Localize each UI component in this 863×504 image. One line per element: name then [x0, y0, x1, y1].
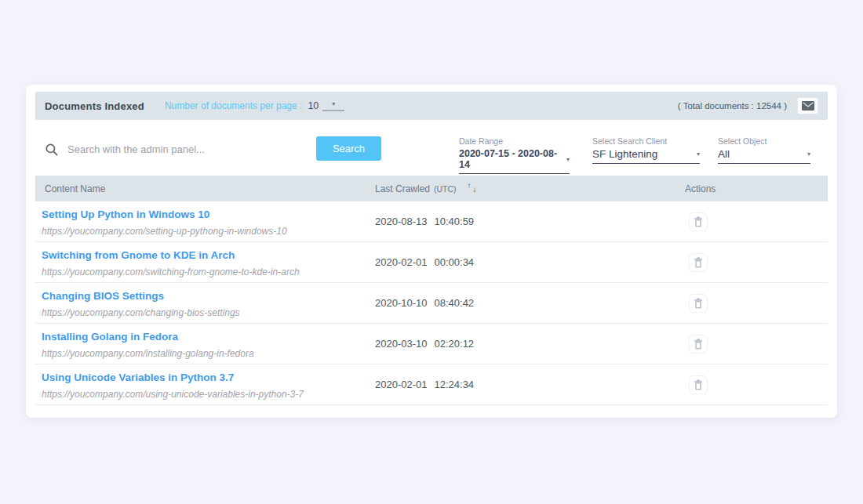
crawled-date: 2020-03-10	[375, 338, 428, 350]
last-crawled-label: Last Crawled	[375, 183, 430, 194]
crawled-date: 2020-02-01	[375, 379, 428, 390]
chevron-down-icon: ▾	[322, 101, 344, 111]
document-url: https://youcompany.com/installing-golang…	[42, 348, 375, 359]
search-client-value: SF Lightening	[592, 148, 657, 160]
delete-document-button[interactable]	[689, 375, 708, 394]
document-title-link[interactable]: Using Unicode Variables in Python 3.7	[42, 372, 234, 383]
delete-document-button[interactable]	[689, 294, 708, 313]
crawled-time: 10:40:59	[435, 216, 475, 227]
envelope-icon	[802, 101, 814, 111]
document-url: https://youcompany.com/switching-from-gn…	[42, 267, 375, 277]
crawled-date: 2020-10-10	[375, 297, 428, 309]
object-filter: Select Object All ▾	[718, 136, 810, 164]
trash-icon	[694, 257, 703, 268]
delete-document-button[interactable]	[689, 253, 708, 272]
search-client-label: Select Search Client	[592, 136, 700, 146]
table-row: Switching from Gnome to KDE in Arch http…	[35, 242, 828, 283]
per-page-select[interactable]: 10 ▾	[308, 100, 344, 111]
table-row: Changing BIOS Settings https://youcompan…	[35, 283, 828, 324]
table-body: Setting Up Python in Windows 10 https://…	[35, 201, 828, 405]
sort-down-arrow: ↓	[473, 186, 477, 194]
page-title: Documents Indexed	[45, 100, 144, 112]
crawled-date: 2020-08-13	[375, 216, 428, 227]
date-range-filter: Date Range 2020-07-15 - 2020-08-14 ▾	[459, 136, 570, 174]
table-row: Installing Golang in Fedora https://youc…	[35, 324, 828, 364]
chevron-down-icon: ▾	[697, 150, 700, 158]
object-label: Select Object	[718, 136, 810, 146]
date-range-select[interactable]: 2020-07-15 - 2020-08-14 ▾	[459, 148, 570, 174]
panel-header-right: ( Total documents : 12544 )	[678, 97, 818, 114]
date-range-value: 2020-07-15 - 2020-08-14	[459, 148, 566, 170]
per-page-label: Number of documents per page :	[165, 100, 302, 111]
actions-cell	[685, 283, 828, 323]
crawled-timestamp: 2020-10-10 08:40:42	[375, 283, 685, 323]
search-client-select[interactable]: SF Lightening ▾	[592, 148, 700, 164]
actions-cell	[685, 364, 828, 404]
document-title-link[interactable]: Setting Up Python in Windows 10	[42, 208, 209, 220]
content-name-header: Content Name	[35, 183, 375, 194]
chevron-down-icon: ▾	[807, 150, 810, 158]
table-header: Content Name Last Crawled (UTC) ↑ ↓ Acti…	[35, 176, 828, 201]
crawled-timestamp: 2020-08-13 10:40:59	[375, 201, 685, 241]
document-title-link[interactable]: Changing BIOS Settings	[42, 290, 164, 302]
content-name-cell: Switching from Gnome to KDE in Arch http…	[35, 242, 375, 282]
search-client-filter: Select Search Client SF Lightening ▾	[592, 136, 700, 164]
trash-icon	[694, 339, 703, 350]
mail-button[interactable]	[797, 97, 818, 114]
crawled-timestamp: 2020-02-01 00:00:34	[375, 242, 685, 282]
crawled-timestamp: 2020-02-01 12:24:34	[375, 364, 685, 404]
total-documents: ( Total documents : 12544 )	[678, 101, 787, 111]
object-value: All	[718, 148, 730, 160]
crawled-date: 2020-02-01	[375, 256, 428, 268]
trash-icon	[694, 379, 703, 390]
actions-cell	[685, 324, 828, 364]
document-url: https://youcompany.com/using-unicode-var…	[42, 389, 375, 400]
crawled-time: 00:00:34	[435, 256, 475, 268]
delete-document-button[interactable]	[689, 212, 708, 231]
page-background: { "colors": { "accent": "#54c3f5", "link…	[0, 0, 863, 504]
content-name-cell: Using Unicode Variables in Python 3.7 ht…	[35, 364, 375, 404]
content-name-cell: Setting Up Python in Windows 10 https://…	[35, 201, 375, 241]
sort-up-arrow: ↑	[468, 182, 472, 190]
actions-header: Actions	[685, 183, 828, 194]
last-crawled-header: Last Crawled (UTC) ↑ ↓	[375, 182, 685, 195]
documents-panel: Documents Indexed Number of documents pe…	[26, 85, 837, 418]
search-icon	[46, 143, 58, 156]
delete-document-button[interactable]	[689, 335, 708, 354]
sort-icon[interactable]: ↑ ↓	[468, 182, 479, 195]
search-button[interactable]: Search	[316, 136, 381, 161]
actions-cell	[685, 201, 828, 241]
utc-unit-label: (UTC)	[434, 184, 457, 194]
table-row: Using Unicode Variables in Python 3.7 ht…	[35, 364, 828, 405]
object-select[interactable]: All ▾	[718, 148, 810, 164]
trash-icon	[694, 216, 703, 227]
actions-cell	[685, 242, 828, 282]
document-url: https://youcompany.com/setting-up-python…	[42, 226, 375, 237]
table-row: Setting Up Python in Windows 10 https://…	[35, 201, 828, 242]
panel-header: Documents Indexed Number of documents pe…	[35, 92, 828, 120]
crawled-time: 02:20:12	[435, 338, 475, 350]
document-url: https://youcompany.com/changing-bios-set…	[42, 307, 375, 318]
chevron-down-icon: ▾	[566, 156, 570, 163]
document-title-link[interactable]: Switching from Gnome to KDE in Arch	[42, 249, 235, 261]
crawled-time: 08:40:42	[435, 297, 475, 309]
content-name-cell: Changing BIOS Settings https://youcompan…	[35, 283, 375, 323]
search-input[interactable]	[67, 138, 307, 160]
crawled-time: 12:24:34	[435, 379, 475, 390]
trash-icon	[694, 298, 703, 309]
content-name-cell: Installing Golang in Fedora https://youc…	[35, 324, 375, 364]
per-page-value: 10	[308, 100, 319, 111]
date-range-label: Date Range	[459, 136, 570, 146]
document-title-link[interactable]: Installing Golang in Fedora	[42, 331, 178, 343]
crawled-timestamp: 2020-03-10 02:20:12	[375, 324, 685, 364]
